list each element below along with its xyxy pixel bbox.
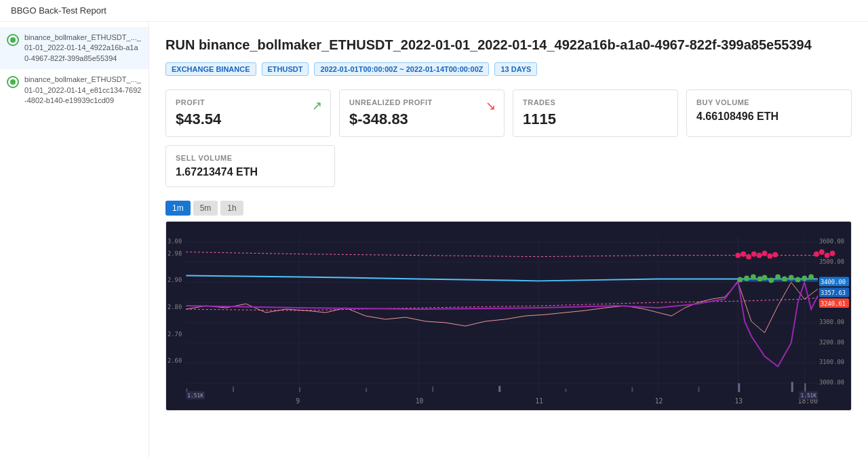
- svg-text:3300.00: 3300.00: [819, 319, 844, 325]
- svg-text:10: 10: [416, 397, 424, 405]
- svg-point-36: [814, 252, 819, 257]
- svg-rect-51: [804, 383, 806, 392]
- svg-text:9: 9: [296, 397, 300, 405]
- svg-point-17: [744, 275, 749, 281]
- metric-buy-volume-label: BUY VOLUME: [696, 98, 842, 106]
- svg-rect-44: [432, 386, 433, 392]
- metric-sell-volume-value: 1.67213474 ETH: [176, 166, 325, 178]
- run-title: RUN binance_bollmaker_ETHUSDT_2022-01-01…: [165, 35, 852, 54]
- svg-text:2.70: 2.70: [167, 331, 182, 338]
- svg-text:3240.61: 3240.61: [821, 300, 846, 307]
- svg-text:3400.00: 3400.00: [821, 279, 846, 285]
- chart-btn-1h[interactable]: 1h: [220, 201, 243, 216]
- tags-row: EXCHANGE BINANCE ETHUSDT 2022-01-01T00:0…: [165, 62, 852, 76]
- svg-text:3200.00: 3200.00: [819, 339, 844, 346]
- svg-point-32: [757, 253, 762, 258]
- svg-rect-43: [366, 388, 367, 392]
- svg-rect-48: [698, 386, 699, 392]
- tag-exchange: EXCHANGE BINANCE: [165, 62, 256, 76]
- svg-text:11: 11: [535, 397, 543, 405]
- chart-btn-1m[interactable]: 1m: [165, 201, 191, 216]
- sidebar-item-2[interactable]: binance_bollmaker_ETHUSDT_..._01-01_2022…: [0, 69, 149, 111]
- svg-text:1.51K: 1.51K: [187, 393, 203, 399]
- svg-point-33: [762, 251, 768, 256]
- svg-point-19: [757, 276, 763, 281]
- tag-period: 2022-01-01T00:00:00Z ~ 2022-01-14T00:00:…: [314, 62, 489, 76]
- svg-point-26: [802, 275, 807, 281]
- metric-buy-volume-value: 4.66108496 ETH: [696, 111, 842, 123]
- metric-buy-volume: BUY VOLUME 4.66108496 ETH: [686, 89, 852, 137]
- svg-point-25: [795, 277, 801, 282]
- metric-sell-volume: SELL VOLUME 1.67213474 ETH: [165, 145, 335, 187]
- svg-point-39: [830, 251, 835, 256]
- svg-text:13: 13: [734, 397, 743, 405]
- svg-rect-0: [166, 222, 851, 410]
- main-content: RUN binance_bollmaker_ETHUSDT_2022-01-01…: [149, 22, 868, 458]
- svg-rect-45: [498, 386, 500, 392]
- sidebar: binance_bollmaker_ETHUSDT_..._01-01_2022…: [0, 22, 149, 458]
- svg-point-28: [735, 253, 741, 258]
- svg-point-24: [789, 275, 794, 280]
- svg-point-20: [762, 275, 768, 280]
- svg-point-21: [768, 277, 774, 283]
- svg-text:3.00: 3.00: [167, 238, 182, 245]
- metric-profit-value: $43.54: [176, 111, 321, 128]
- metric-unrealized: UNREALIZED PROFIT $-348.83 ↘: [339, 89, 505, 137]
- svg-point-22: [775, 274, 781, 279]
- svg-point-23: [782, 276, 787, 281]
- chart-container: 3400.00 3357.63 3240.61 3600.00 3500.00 …: [165, 221, 852, 411]
- svg-text:3000.00: 3000.00: [819, 379, 844, 386]
- sidebar-item-1[interactable]: binance_bollmaker_ETHUSDT_..._01-01_2022…: [0, 27, 149, 69]
- svg-rect-50: [791, 382, 793, 392]
- svg-rect-41: [233, 386, 234, 392]
- metric-trades: TRADES 1115: [513, 89, 678, 137]
- svg-rect-46: [565, 388, 566, 392]
- svg-point-18: [751, 274, 756, 279]
- metric-profit: PROFIT $43.54 ↗: [165, 89, 331, 137]
- arrow-down-icon: ↘: [486, 98, 496, 113]
- svg-text:3600.00: 3600.00: [819, 238, 844, 245]
- status-icon-1: [7, 34, 19, 46]
- svg-text:1.51K: 1.51K: [800, 393, 816, 399]
- svg-text:3500.00: 3500.00: [819, 258, 844, 265]
- metrics-grid-bottom: SELL VOLUME 1.67213474 ETH: [165, 145, 852, 187]
- svg-point-34: [767, 254, 772, 259]
- svg-point-27: [808, 274, 814, 279]
- svg-text:3100.00: 3100.00: [819, 359, 844, 365]
- app-title: BBGO Back-Test Report: [0, 0, 868, 22]
- chart-btn-5m[interactable]: 5m: [193, 201, 218, 216]
- svg-text:3357.63: 3357.63: [821, 289, 846, 296]
- svg-text:2.90: 2.90: [167, 277, 182, 283]
- tag-days: 13 DAYS: [494, 62, 537, 76]
- status-icon-2: [7, 76, 19, 88]
- svg-text:2.98: 2.98: [167, 250, 182, 257]
- svg-point-35: [772, 252, 778, 258]
- svg-rect-49: [738, 383, 740, 392]
- svg-point-16: [737, 277, 743, 282]
- metric-trades-value: 1115: [523, 111, 668, 128]
- metric-unrealized-value: $-348.83: [349, 111, 494, 128]
- svg-text:2.80: 2.80: [167, 304, 182, 310]
- svg-rect-42: [299, 387, 300, 392]
- metric-sell-volume-label: SELL VOLUME: [176, 154, 325, 162]
- svg-point-31: [751, 252, 757, 257]
- svg-point-30: [746, 254, 751, 260]
- metric-profit-label: PROFIT: [176, 98, 321, 106]
- chart-controls: 1m 5m 1h: [165, 201, 852, 216]
- arrow-up-icon: ↗: [312, 98, 322, 113]
- sidebar-item-label-2: binance_bollmaker_ETHUSDT_..._01-01_2022…: [24, 75, 142, 106]
- metric-unrealized-label: UNREALIZED PROFIT: [349, 98, 494, 106]
- svg-rect-47: [631, 387, 633, 392]
- svg-text:12: 12: [655, 397, 663, 405]
- svg-text:2.60: 2.60: [167, 357, 182, 364]
- svg-point-37: [819, 249, 825, 255]
- metric-trades-label: TRADES: [523, 98, 668, 106]
- tag-pair: ETHUSDT: [262, 62, 309, 76]
- metrics-grid: PROFIT $43.54 ↗ UNREALIZED PROFIT $-348.…: [165, 89, 852, 137]
- chart-svg: 3400.00 3357.63 3240.61 3600.00 3500.00 …: [166, 222, 851, 410]
- sidebar-item-label-1: binance_bollmaker_ETHUSDT_..._01-01_2022…: [24, 33, 142, 64]
- svg-point-29: [741, 252, 746, 257]
- svg-point-38: [825, 253, 830, 258]
